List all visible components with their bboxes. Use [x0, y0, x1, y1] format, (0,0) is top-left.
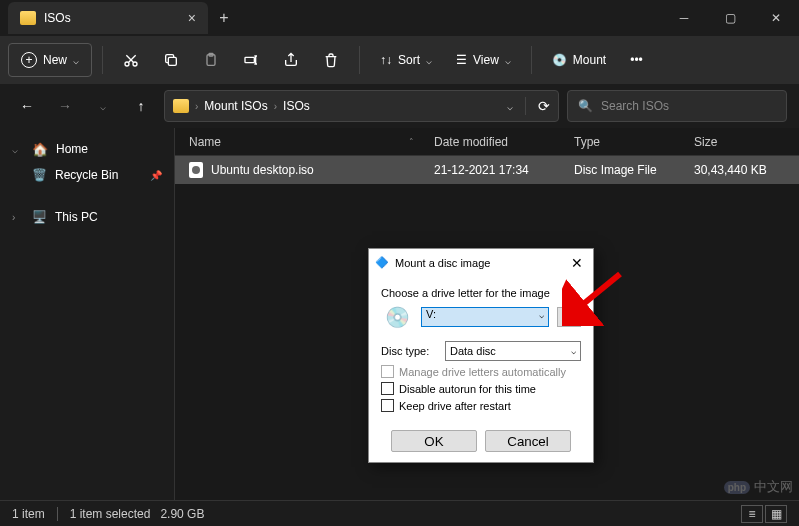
- drive-letter-select[interactable]: V: ⌵: [421, 307, 549, 327]
- divider: [531, 46, 532, 74]
- view-button[interactable]: ☰ View ⌵: [446, 43, 521, 77]
- divider: [525, 97, 526, 115]
- divider: [359, 46, 360, 74]
- trash-icon: [323, 52, 339, 68]
- rename-button[interactable]: [233, 43, 269, 77]
- forward-button[interactable]: →: [50, 91, 80, 121]
- sidebar-item-recycle-bin[interactable]: Recycle Bin 📌: [0, 162, 174, 188]
- new-button[interactable]: + New ⌵: [8, 43, 92, 77]
- details-view-button[interactable]: ≡: [741, 505, 763, 523]
- checkbox-disable-autorun[interactable]: Disable autorun for this time: [381, 382, 581, 395]
- watermark: php php 中文网 中文网: [724, 478, 793, 496]
- pc-icon: [32, 210, 47, 224]
- cancel-button[interactable]: Cancel: [485, 430, 571, 452]
- column-date[interactable]: Date modified: [434, 135, 574, 149]
- php-logo-icon: php: [724, 481, 750, 494]
- chevron-right-icon: ›: [274, 101, 277, 112]
- address-bar[interactable]: › Mount ISOs › ISOs ⌵ ⟳: [164, 90, 559, 122]
- disc-type-value: Data disc: [450, 345, 496, 357]
- view-label: View: [473, 53, 499, 67]
- home-icon: [32, 142, 48, 156]
- column-size[interactable]: Size: [694, 135, 799, 149]
- column-type[interactable]: Type: [574, 135, 694, 149]
- search-box[interactable]: 🔍 Search ISOs: [567, 90, 787, 122]
- toolbar: + New ⌵ ↑↓ Sort ⌵ ☰ View ⌵ 💿 Mount •••: [0, 36, 799, 84]
- col-name-label: Name: [189, 135, 221, 149]
- tab-title: ISOs: [44, 11, 71, 25]
- new-tab-button[interactable]: +: [208, 2, 240, 34]
- chevron-down-icon: ⌵: [571, 346, 576, 356]
- sort-button[interactable]: ↑↓ Sort ⌵: [370, 43, 442, 77]
- share-button[interactable]: [273, 43, 309, 77]
- browse-button[interactable]: ...: [557, 307, 581, 327]
- minimize-button[interactable]: ─: [661, 0, 707, 36]
- chevron-down-icon: ⌵: [505, 55, 511, 66]
- chevron-down-icon[interactable]: ⌵: [507, 101, 513, 112]
- search-icon: 🔍: [578, 99, 593, 113]
- window-tab[interactable]: ISOs ×: [8, 2, 208, 34]
- checkbox-icon: [381, 399, 394, 412]
- breadcrumb-segment[interactable]: ISOs: [283, 99, 310, 113]
- chevron-down-icon: ⌵: [539, 310, 544, 320]
- copy-button[interactable]: [153, 43, 189, 77]
- close-tab-icon[interactable]: ×: [188, 10, 196, 26]
- plus-icon: +: [21, 52, 37, 68]
- disc-type-label: Disc type:: [381, 345, 437, 357]
- column-name[interactable]: Name˄: [189, 135, 434, 149]
- dialog-close-button[interactable]: ✕: [567, 255, 587, 271]
- chevron-down-icon: ⌵: [73, 55, 79, 66]
- file-row[interactable]: Ubuntu desktop.iso 21-12-2021 17:34 Disc…: [175, 156, 799, 184]
- more-button[interactable]: •••: [620, 43, 653, 77]
- breadcrumb-segment[interactable]: Mount ISOs: [204, 99, 267, 113]
- delete-button[interactable]: [313, 43, 349, 77]
- paste-button[interactable]: [193, 43, 229, 77]
- col-date-label: Date modified: [434, 135, 508, 149]
- share-icon: [283, 52, 299, 68]
- chk-autorun-label: Disable autorun for this time: [399, 383, 536, 395]
- svg-point-0: [125, 62, 129, 66]
- copy-icon: [163, 52, 179, 68]
- home-label: Home: [56, 142, 162, 156]
- thumbnails-view-button[interactable]: ▦: [765, 505, 787, 523]
- up-button[interactable]: ↑: [126, 91, 156, 121]
- title-bar: ISOs × + ─ ▢ ✕: [0, 0, 799, 36]
- view-icon: ☰: [456, 53, 467, 67]
- maximize-button[interactable]: ▢: [707, 0, 753, 36]
- status-selected: 1 item selected: [70, 507, 151, 521]
- chevron-down-icon: ⌵: [12, 144, 24, 155]
- divider: [102, 46, 103, 74]
- checkbox-manage-letters: Manage drive letters automatically: [381, 365, 581, 378]
- mount-label: Mount: [573, 53, 606, 67]
- checkbox-keep-drive[interactable]: Keep drive after restart: [381, 399, 581, 412]
- window-controls: ─ ▢ ✕: [661, 0, 799, 36]
- chevron-down-icon: ⌵: [426, 55, 432, 66]
- checkbox-icon: [381, 382, 394, 395]
- rename-icon: [243, 52, 259, 68]
- file-size: 30,43,440 KB: [694, 163, 799, 177]
- svg-rect-2: [168, 57, 176, 65]
- file-name: Ubuntu desktop.iso: [211, 163, 314, 177]
- refresh-button[interactable]: ⟳: [538, 98, 550, 114]
- divider: [57, 507, 58, 521]
- nav-bar: ← → ⌵ ↑ › Mount ISOs › ISOs ⌵ ⟳ 🔍 Search…: [0, 84, 799, 128]
- svg-point-1: [133, 62, 137, 66]
- recycle-bin-icon: [32, 168, 47, 182]
- mount-icon: 💿: [552, 53, 567, 67]
- view-toggles: ≡ ▦: [741, 505, 787, 523]
- back-button[interactable]: ←: [12, 91, 42, 121]
- cut-button[interactable]: [113, 43, 149, 77]
- folder-icon: [173, 99, 189, 113]
- mount-dialog: 🔷 Mount a disc image ✕ Choose a drive le…: [368, 248, 594, 463]
- file-type: Disc Image File: [574, 163, 694, 177]
- mount-button[interactable]: 💿 Mount: [542, 43, 616, 77]
- status-count: 1 item: [12, 507, 45, 521]
- sidebar-item-home[interactable]: ⌵ Home: [0, 136, 174, 162]
- recent-button[interactable]: ⌵: [88, 91, 118, 121]
- dialog-titlebar[interactable]: 🔷 Mount a disc image ✕: [369, 249, 593, 277]
- col-size-label: Size: [694, 135, 717, 149]
- sidebar-item-this-pc[interactable]: › This PC: [0, 204, 174, 230]
- close-button[interactable]: ✕: [753, 0, 799, 36]
- disc-type-select[interactable]: Data disc ⌵: [445, 341, 581, 361]
- ok-button[interactable]: OK: [391, 430, 477, 452]
- folder-icon: [20, 11, 36, 25]
